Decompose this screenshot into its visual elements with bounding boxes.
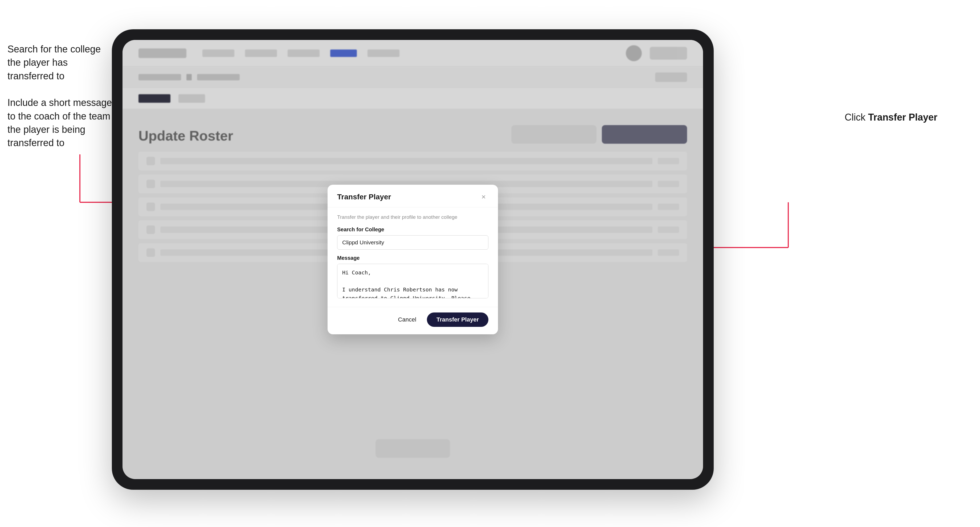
- transfer-player-modal: Transfer Player × Transfer the player an…: [328, 185, 498, 335]
- annotation-left: Search for the college the player has tr…: [8, 43, 114, 163]
- tablet-screen: Update Roster: [123, 40, 703, 479]
- annotation-right-bold: Transfer Player: [868, 112, 937, 123]
- modal-header: Transfer Player ×: [328, 185, 498, 207]
- annotation-right: Click Transfer Player: [845, 112, 937, 123]
- modal-body: Transfer the player and their profile to…: [328, 207, 498, 307]
- search-college-label: Search for College: [337, 227, 488, 233]
- modal-description: Transfer the player and their profile to…: [337, 214, 488, 221]
- message-textarea[interactable]: Hi Coach, I understand Chris Robertson h…: [337, 264, 488, 298]
- modal-title: Transfer Player: [337, 193, 391, 201]
- message-label: Message: [337, 255, 488, 261]
- annotation-text-2: Include a short message to the coach of …: [8, 96, 114, 150]
- modal-footer: Cancel Transfer Player: [328, 307, 498, 334]
- transfer-player-button[interactable]: Transfer Player: [427, 313, 488, 327]
- search-college-input[interactable]: [337, 235, 488, 250]
- cancel-button[interactable]: Cancel: [393, 314, 422, 326]
- modal-close-button[interactable]: ×: [479, 192, 488, 202]
- modal-overlay: Transfer Player × Transfer the player an…: [123, 40, 703, 479]
- annotation-text-1: Search for the college the player has tr…: [8, 43, 114, 83]
- annotation-right-prefix: Click: [845, 112, 868, 123]
- tablet-device: Update Roster: [112, 29, 714, 490]
